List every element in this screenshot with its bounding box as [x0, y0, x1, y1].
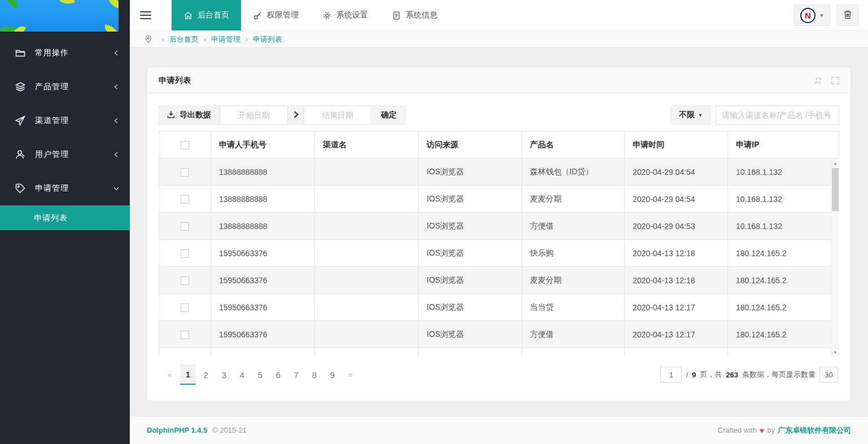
table-row: 13888888888IOS浏览器麦麦分期2020-04-29 04:5410.…	[159, 186, 839, 213]
hamburger-menu-icon[interactable]	[139, 9, 152, 21]
table-row	[159, 348, 839, 357]
table-cell	[315, 321, 419, 348]
page-button-5[interactable]: 5	[252, 364, 268, 385]
table-cell	[211, 348, 315, 357]
page-button-1[interactable]: 1	[180, 364, 196, 385]
sidebar-item-apply-mgmt[interactable]: 申请管理	[0, 172, 130, 205]
footer: DolphinPHP 1.4.5 © 2015-21 Crafted with …	[130, 416, 868, 444]
footer-brand-area: DolphinPHP 1.4.5 © 2015-21	[147, 426, 247, 434]
sidebar-item-common-ops[interactable]: 常用操作	[0, 36, 130, 70]
page-button-4[interactable]: 4	[234, 364, 250, 385]
current-page-input[interactable]	[660, 367, 682, 383]
filter-dropdown-button[interactable]: 不限 ▼	[670, 105, 711, 125]
pagination-row: «123456789» / 9 页，共 263 条数据，每页显示数量	[159, 364, 839, 385]
scroll-up-icon[interactable]: ▲	[831, 159, 839, 168]
table-cell: 180.124.165.2	[728, 294, 839, 321]
sidebar-item-label: 渠道管理	[35, 116, 113, 126]
company-link[interactable]: 广东卓锐软件有限公司	[778, 425, 851, 436]
sidebar-item-user-mgmt[interactable]: 用户管理	[0, 138, 130, 172]
row-checkbox[interactable]	[181, 249, 189, 258]
row-checkbox[interactable]	[181, 304, 189, 312]
breadcrumb-link[interactable]: 申请列表	[253, 35, 282, 43]
table-cell: 2020-04-13 12:18	[625, 240, 728, 267]
table-cell: 2020-04-29 04:54	[625, 159, 728, 186]
sidebar-item-channel-mgmt[interactable]: 渠道管理	[0, 104, 130, 138]
table-cell: 方便借	[522, 321, 625, 348]
sidebar-subitem-apply-list[interactable]: 申请列表	[0, 205, 130, 230]
tab-settings[interactable]: 系统设置	[310, 0, 380, 30]
date-range-arrow-button[interactable]	[288, 105, 304, 125]
table-cell: 麦麦分期	[522, 186, 625, 213]
next-page-button[interactable]: »	[343, 364, 358, 385]
start-date-input[interactable]	[220, 105, 288, 125]
refresh-icon[interactable]	[814, 77, 822, 85]
sidebar: 常用操作产品管理渠道管理用户管理申请管理申请列表	[0, 0, 130, 444]
confirm-label: 确定	[381, 110, 397, 120]
table-cell: 森林钱包（ID贷）	[522, 159, 625, 186]
pagination: «123456789»	[162, 364, 358, 385]
sidebar-item-product-mgmt[interactable]: 产品管理	[0, 70, 130, 104]
scroll-down-icon[interactable]: ▼	[831, 348, 839, 357]
select-all-checkbox[interactable]	[181, 141, 189, 150]
table-cell: 当当贷	[522, 294, 625, 321]
page-button-6[interactable]: 6	[270, 364, 286, 385]
table-cell: IOS浏览器	[419, 321, 522, 348]
brand-link[interactable]: DolphinPHP 1.4.5	[147, 426, 207, 434]
filter-label: 不限	[679, 110, 695, 120]
tab-home[interactable]: 后台首页	[172, 0, 241, 30]
total-records: 263	[726, 371, 738, 379]
breadcrumb-link[interactable]: 后台首页	[169, 35, 199, 43]
table-cell: 麦麦分期	[522, 267, 625, 294]
breadcrumb-items: ›后台首页›申请管理›申请列表	[157, 34, 282, 45]
table-scrollbar[interactable]: ▲ ▼	[831, 159, 839, 357]
page-size-input[interactable]	[819, 367, 838, 383]
chevron-left-icon	[113, 50, 120, 56]
page-button-7[interactable]: 7	[288, 364, 304, 385]
table-row: 13888888888IOS浏览器方便借2020-04-29 04:5310.1…	[159, 213, 839, 240]
row-checkbox[interactable]	[181, 168, 189, 177]
table-cell	[315, 240, 419, 267]
confirm-button[interactable]: 确定	[372, 105, 405, 125]
tab-system-info[interactable]: 系统信息	[380, 0, 449, 30]
export-data-label: 导出数据	[179, 110, 211, 120]
trash-icon	[843, 10, 852, 21]
page-button-9[interactable]: 9	[325, 364, 340, 385]
prev-page-button[interactable]: «	[162, 364, 178, 385]
page-button-2[interactable]: 2	[198, 364, 214, 385]
end-date-input[interactable]	[304, 105, 371, 125]
row-checkbox[interactable]	[181, 222, 189, 231]
table-row: 15950663376IOS浏览器当当贷2020-04-13 12:17180.…	[159, 294, 839, 321]
row-checkbox[interactable]	[181, 195, 189, 204]
search-input[interactable]	[716, 105, 839, 125]
page-button-8[interactable]: 8	[306, 364, 322, 385]
home-icon	[183, 11, 193, 20]
table-cell: 13888888888	[211, 213, 315, 240]
breadcrumb-link[interactable]: 申请管理	[211, 35, 240, 43]
app-root: 常用操作产品管理渠道管理用户管理申请管理申请列表 后台首页权限管理系统设置系统信…	[0, 0, 868, 444]
crafted-text: Crafted with	[718, 426, 757, 434]
page-info-text: 页，共	[700, 370, 722, 380]
user-menu-button[interactable]: N ▼	[794, 5, 831, 26]
panel-title: 申请列表	[159, 76, 191, 86]
tab-label: 后台首页	[198, 10, 229, 20]
clear-cache-button[interactable]	[836, 5, 859, 26]
gear-icon	[322, 11, 332, 20]
tab-label: 权限管理	[267, 10, 299, 20]
scrollbar-thumb[interactable]	[832, 168, 839, 211]
app-logo[interactable]	[0, 0, 119, 32]
page-content: 申请列表	[130, 48, 868, 416]
table-row: 15950663376IOS浏览器方便借2020-04-13 12:17180.…	[159, 321, 839, 348]
fullscreen-icon[interactable]	[831, 77, 839, 85]
user-icon	[15, 149, 26, 160]
table-cell: 2020-04-29 04:53	[625, 213, 728, 240]
column-header: 申请时间	[625, 131, 728, 159]
export-data-button[interactable]: 导出数据	[159, 105, 220, 125]
table-cell	[315, 348, 419, 357]
table-cell: 180.124.165.2	[728, 267, 839, 294]
sidebar-item-label: 用户管理	[35, 150, 113, 160]
row-checkbox[interactable]	[181, 276, 189, 285]
tab-permissions[interactable]: 权限管理	[241, 0, 310, 30]
table-cell: IOS浏览器	[419, 159, 522, 186]
page-button-3[interactable]: 3	[216, 364, 232, 385]
row-checkbox[interactable]	[181, 331, 189, 339]
